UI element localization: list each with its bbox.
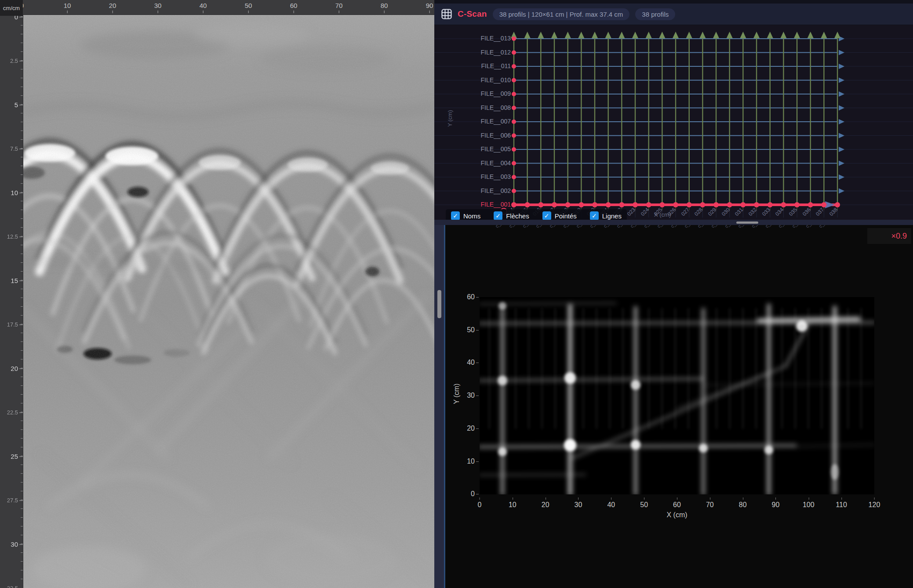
ruler-tick-label: 50 bbox=[245, 2, 252, 9]
profile-file-label[interactable]: FILE__001 bbox=[434, 201, 511, 208]
ruler-tick-label: 15 bbox=[11, 277, 18, 284]
profile-file-label[interactable]: FILE__004 bbox=[434, 160, 511, 167]
ruler-tick-label: 12.5 bbox=[7, 233, 18, 240]
display-option[interactable]: ✓ Noms bbox=[451, 211, 480, 220]
ruler-tick-label: 30 bbox=[154, 2, 162, 9]
horizontal-scrollbar-thumb[interactable] bbox=[736, 221, 758, 224]
map-y-tick-label: 0 bbox=[434, 490, 475, 498]
map-y-axis-label: Y (cm) bbox=[453, 384, 461, 404]
bscan-panel: 0102030405060708090 02.557.51012.51517.5… bbox=[0, 0, 434, 588]
checkbox-checked[interactable]: ✓ bbox=[451, 211, 460, 220]
ruler-unit-label: cm/cm bbox=[3, 5, 20, 11]
checkbox-checked[interactable]: ✓ bbox=[590, 211, 599, 220]
ruler-unit-box: cm/cm bbox=[0, 0, 23, 16]
panel-title: C-Scan bbox=[458, 9, 487, 19]
survey-summary-badge: 38 profils | 120×61 cm | Prof. max 37.4 … bbox=[493, 8, 630, 20]
bscan-radargram-image[interactable] bbox=[23, 15, 434, 588]
map-x-tick-label: 50 bbox=[640, 501, 648, 509]
ruler-tick-label: 5 bbox=[15, 101, 18, 109]
map-x-tick-label: 110 bbox=[836, 501, 847, 509]
gain-multiplier-badge: ×0.9 bbox=[867, 228, 911, 244]
ruler-tick-label: 17.5 bbox=[7, 321, 18, 328]
option-label: Lignes bbox=[602, 212, 622, 220]
ruler-tick-label: 2.5 bbox=[10, 58, 18, 64]
ruler-tick-label: 10 bbox=[11, 189, 18, 196]
profile-file-label[interactable]: FILE__003 bbox=[434, 173, 511, 181]
horizontal-divider bbox=[434, 220, 913, 225]
options: ✓ Noms ✓ Flèches ✓ Pointés ✓ bbox=[451, 211, 622, 220]
check-icon: ✓ bbox=[453, 212, 458, 219]
map-y-tick-label: 50 bbox=[434, 326, 475, 334]
option-label: Noms bbox=[463, 212, 480, 220]
horizontal-ruler: 0102030405060708090 bbox=[0, 0, 434, 15]
cscan-header: C-Scan 38 profils | 120×61 cm | Prof. ma… bbox=[434, 4, 913, 25]
vertical-gutter bbox=[434, 225, 444, 588]
profile-count-badge: 38 profils bbox=[635, 8, 675, 20]
grid-x-axis-label: X (cm) bbox=[654, 211, 671, 218]
map-x-tick-label: 100 bbox=[803, 501, 815, 509]
display-option[interactable]: ✓ Pointés bbox=[542, 211, 577, 220]
profile-file-label[interactable]: FILE__002 bbox=[434, 187, 511, 195]
profile-file-label[interactable]: FILE__007 bbox=[434, 118, 511, 125]
vertical-ruler: 02.557.51012.51517.52022.52527.53032.5 bbox=[0, 15, 23, 588]
heatmap-svg bbox=[480, 297, 874, 494]
ruler-tick-label: 80 bbox=[381, 2, 388, 9]
ruler-tick-label: 25 bbox=[11, 453, 18, 460]
grid-icon bbox=[441, 9, 452, 19]
option-label: Flèches bbox=[506, 212, 529, 220]
check-icon: ✓ bbox=[592, 212, 597, 219]
ruler-tick-label: 10 bbox=[64, 2, 71, 9]
ruler-tick-label: 22.5 bbox=[7, 409, 18, 416]
map-x-axis-label: X (cm) bbox=[666, 511, 687, 519]
ruler-tick-label: 60 bbox=[290, 2, 298, 9]
profile-file-label[interactable]: FILE__005 bbox=[434, 145, 511, 153]
ruler-tick-label: 70 bbox=[335, 2, 343, 9]
profile-file-label[interactable]: FILE__012 bbox=[434, 49, 511, 56]
checkbox-checked[interactable]: ✓ bbox=[494, 211, 502, 220]
map-x-tick-label: 60 bbox=[673, 501, 681, 509]
option-label: Pointés bbox=[555, 212, 577, 220]
map-x-tick-label: 0 bbox=[478, 501, 482, 509]
ruler-tick-label: 30 bbox=[11, 541, 18, 548]
ruler-tick-label: 40 bbox=[200, 2, 207, 9]
map-x-tick-label: 70 bbox=[706, 501, 714, 509]
map-y-tick-label: 40 bbox=[434, 359, 475, 367]
profile-file-label[interactable]: FILE__006 bbox=[434, 132, 511, 139]
radargram-svg bbox=[23, 15, 434, 588]
display-option[interactable]: ✓ Lignes bbox=[590, 211, 622, 220]
survey-grid-panel[interactable]: Y (cm) X (cm) FILE__013FILE__012FILE__01… bbox=[434, 25, 913, 220]
ruler-tick-label: 27.5 bbox=[7, 497, 18, 504]
map-y-tick-label: 20 bbox=[434, 425, 475, 432]
top-strip bbox=[434, 0, 913, 4]
map-x-tick-label: 20 bbox=[542, 501, 549, 509]
profile-file-label[interactable]: FILE__008 bbox=[434, 104, 511, 112]
amplitude-map-panel: ×0.9 bbox=[434, 225, 913, 588]
profile-file-label[interactable]: FILE__009 bbox=[434, 90, 511, 98]
cscan-side: C-Scan 38 profils | 120×61 cm | Prof. ma… bbox=[434, 0, 913, 588]
profile-file-label[interactable]: FILE__010 bbox=[434, 76, 511, 84]
check-icon: ✓ bbox=[495, 212, 501, 219]
checkbox-checked[interactable]: ✓ bbox=[542, 211, 551, 220]
ruler-tick-label: 7.5 bbox=[10, 145, 18, 152]
map-x-tick-label: 120 bbox=[869, 501, 880, 509]
map-x-tick-label: 90 bbox=[772, 501, 780, 509]
ruler-tick-label: 20 bbox=[11, 365, 18, 372]
display-option[interactable]: ✓ Flèches bbox=[494, 211, 529, 220]
map-y-tick-label: 10 bbox=[434, 457, 475, 465]
map-x-tick-label: 40 bbox=[607, 501, 615, 509]
map-y-tick-label: 60 bbox=[434, 293, 475, 301]
profile-file-label[interactable]: FILE__013 bbox=[434, 35, 511, 42]
profile-file-label[interactable]: FILE__011 bbox=[434, 62, 511, 70]
ruler-tick-label: 20 bbox=[109, 2, 116, 9]
map-x-tick-label: 10 bbox=[509, 501, 517, 509]
map-x-tick-label: 30 bbox=[575, 501, 582, 509]
map-x-tick-label: 80 bbox=[739, 501, 747, 509]
ruler-tick-label: 90 bbox=[426, 2, 433, 9]
cscan-amplitude-map[interactable] bbox=[480, 297, 874, 494]
ruler-tick-label: 32.5 bbox=[7, 585, 18, 588]
check-icon: ✓ bbox=[544, 212, 549, 219]
panel-accent-border bbox=[444, 225, 445, 588]
